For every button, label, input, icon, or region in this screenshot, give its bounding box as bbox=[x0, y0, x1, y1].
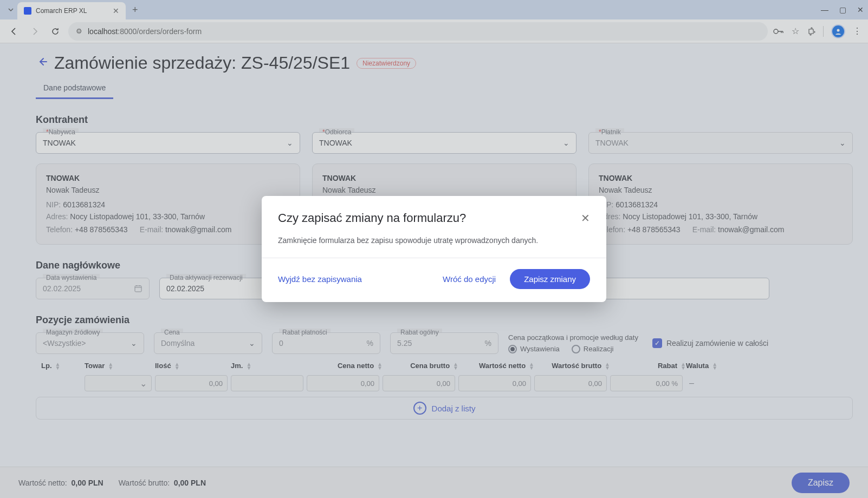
rabat-ogolny-field: Rabat ogólny 5.25 % bbox=[390, 332, 498, 354]
nav-forward-icon bbox=[27, 24, 42, 39]
url-bar[interactable]: ⚙ localhost:8000/orders/orders-form bbox=[68, 22, 768, 41]
chevron-down-icon: ⌄ bbox=[839, 139, 846, 147]
sort-icon[interactable]: ▲▼ bbox=[529, 362, 534, 370]
profile-avatar-icon[interactable] bbox=[831, 24, 845, 38]
row-wnetto-input[interactable]: 0,00 bbox=[458, 375, 531, 391]
calendar-icon bbox=[134, 284, 142, 293]
nav-reload-icon[interactable] bbox=[48, 24, 63, 39]
checkbox-realizuj-calosc[interactable]: ✓ bbox=[652, 338, 662, 348]
toolbar-divider bbox=[823, 26, 824, 37]
url-host: localhost bbox=[88, 27, 118, 36]
nav-back-icon[interactable] bbox=[7, 24, 22, 39]
platnik-select: *Płatnik TNOWAK ⌄ bbox=[588, 132, 853, 154]
page-back-icon[interactable] bbox=[37, 56, 48, 67]
items-table-header: Lp.▲▼ Towar▲▼ Ilość▲▼ Jm.▲▼ Cena netto▲▼… bbox=[36, 354, 853, 375]
site-settings-icon[interactable]: ⚙ bbox=[76, 27, 82, 35]
password-icon[interactable] bbox=[773, 28, 784, 35]
extensions-icon[interactable] bbox=[807, 27, 815, 36]
tab-dane-podstawowe[interactable]: Dane podstawowe bbox=[36, 83, 113, 99]
sort-icon[interactable]: ▲▼ bbox=[377, 362, 383, 370]
browser-tab-strip: Comarch ERP XL ✕ + — ▢ ✕ bbox=[0, 0, 868, 19]
svg-point-0 bbox=[774, 29, 778, 34]
close-window-icon[interactable]: ✕ bbox=[857, 5, 864, 14]
section-kontrahent-heading: Kontrahent bbox=[36, 114, 853, 126]
cena-select: Cena Domyślna ⌄ bbox=[154, 332, 262, 354]
plus-circle-icon: + bbox=[413, 402, 426, 415]
maximize-icon[interactable]: ▢ bbox=[839, 5, 846, 14]
status-badge: Niezatwierdzony bbox=[357, 58, 416, 69]
section-pozycje-heading: Pozycje zamówienia bbox=[36, 314, 853, 326]
sort-icon[interactable]: ▲▼ bbox=[55, 362, 61, 370]
sort-icon[interactable]: ▲▼ bbox=[246, 362, 251, 370]
minimize-icon[interactable]: — bbox=[821, 5, 828, 14]
page-footer: Wartość netto: 0,00 PLN Wartość brutto: … bbox=[0, 467, 868, 498]
odbiorca-value: TNOWAK bbox=[319, 139, 352, 147]
sort-icon[interactable]: ▲▼ bbox=[681, 362, 686, 370]
radio-cena-wedlug-daty: Cena początkowa i promocje według daty W… bbox=[508, 333, 638, 353]
new-tab-button[interactable]: + bbox=[132, 4, 138, 16]
row-waluta: – bbox=[686, 378, 724, 388]
row-ilosc-input[interactable]: 0,00 bbox=[155, 375, 228, 391]
sort-icon[interactable]: ▲▼ bbox=[712, 362, 717, 370]
svg-rect-2 bbox=[135, 286, 141, 292]
modal-title: Czy zapisać zmiany na formularzu? bbox=[278, 211, 466, 225]
chevron-down-icon: ⌄ bbox=[249, 339, 255, 348]
browser-toolbar: ⚙ localhost:8000/orders/orders-form ☆ ⋮ bbox=[0, 19, 868, 43]
odbiorca-select[interactable]: *Odbiorca TNOWAK ⌄ bbox=[312, 132, 576, 154]
chevron-down-icon: ⌄ bbox=[563, 139, 569, 147]
radio-realizacji[interactable] bbox=[572, 345, 580, 353]
platnik-value: TNOWAK bbox=[595, 139, 629, 147]
footer-wartosc-brutto: 0,00 PLN bbox=[174, 479, 206, 487]
window-controls: — ▢ ✕ bbox=[821, 5, 864, 14]
table-row: 0,00 0,00 0,00 0,00 0,00 0,00 % – bbox=[36, 375, 853, 391]
rabat-platnosci-field: Rabat płatności 0 % bbox=[272, 332, 380, 354]
tab-favicon-icon bbox=[24, 7, 31, 15]
row-rabat-input[interactable]: 0,00 % bbox=[610, 375, 683, 391]
back-to-edit-button[interactable]: Wróć do edycji bbox=[443, 274, 496, 284]
browser-menu-icon[interactable]: ⋮ bbox=[853, 26, 861, 36]
modal-body-text: Zamknięcie formularza bez zapisu spowodu… bbox=[262, 232, 606, 258]
sort-icon[interactable]: ▲▼ bbox=[108, 362, 113, 370]
sort-icon[interactable]: ▲▼ bbox=[605, 362, 610, 370]
page-title-text: Zamówienie sprzedaży: ZS-45/25/SE1 bbox=[54, 53, 350, 73]
browser-tab[interactable]: Comarch ERP XL ✕ bbox=[17, 2, 126, 19]
page-title: Zamówienie sprzedaży: ZS-45/25/SE1 Nieza… bbox=[54, 53, 853, 73]
nabywca-select[interactable]: *Nabywca TNOWAK ⌄ bbox=[36, 132, 300, 154]
data-wystawienia-field: Data wystawienia 02.02.2025 bbox=[36, 278, 150, 299]
modal-close-icon[interactable]: ✕ bbox=[581, 212, 590, 225]
row-towar-select[interactable] bbox=[85, 375, 152, 391]
tab-close-icon[interactable]: ✕ bbox=[113, 6, 119, 15]
row-cnetto-input[interactable]: 0,00 bbox=[307, 375, 379, 391]
data-aktywacji-field[interactable]: Data aktywacji rezerwacji 02.02.2025 bbox=[159, 278, 273, 299]
sort-icon[interactable]: ▲▼ bbox=[453, 362, 458, 370]
nabywca-value: TNOWAK bbox=[43, 139, 76, 147]
tab-search-icon[interactable] bbox=[4, 3, 17, 16]
row-jm-input[interactable] bbox=[231, 375, 303, 391]
save-changes-modal: Czy zapisać zmiany na formularzu? ✕ Zamk… bbox=[262, 196, 606, 302]
chevron-down-icon: ⌄ bbox=[131, 339, 137, 348]
sort-icon[interactable]: ▲▼ bbox=[174, 362, 180, 370]
card-code: TNOWAK bbox=[46, 173, 290, 185]
save-changes-button[interactable]: Zapisz zmiany bbox=[510, 269, 590, 289]
url-path: :8000/orders/orders-form bbox=[118, 27, 202, 36]
row-wbrutto-input[interactable]: 0,00 bbox=[534, 375, 607, 391]
svg-point-1 bbox=[837, 29, 840, 31]
exit-without-saving-button[interactable]: Wyjdź bez zapisywania bbox=[278, 274, 362, 284]
platnik-card: TNOWAK Nowak Tadeusz NIP: 6013681324 Adr… bbox=[588, 163, 853, 245]
add-from-list-button[interactable]: + Dodaj z listy bbox=[36, 397, 853, 420]
magazyn-select: Magazyn źródłowy <Wszystkie> ⌄ bbox=[36, 332, 144, 354]
bookmark-icon[interactable]: ☆ bbox=[792, 26, 799, 36]
radio-wystawienia[interactable] bbox=[508, 345, 517, 353]
save-button[interactable]: Zapisz bbox=[792, 473, 850, 493]
footer-wartosc-netto: 0,00 PLN bbox=[72, 479, 103, 487]
row-cbrutto-input[interactable]: 0,00 bbox=[383, 375, 455, 391]
chevron-down-icon: ⌄ bbox=[287, 139, 293, 147]
tab-title: Comarch ERP XL bbox=[36, 7, 87, 15]
card-name: Nowak Tadeusz bbox=[46, 185, 290, 196]
nabywca-card: TNOWAK Nowak Tadeusz NIP: 6013681324 Adr… bbox=[36, 163, 300, 245]
